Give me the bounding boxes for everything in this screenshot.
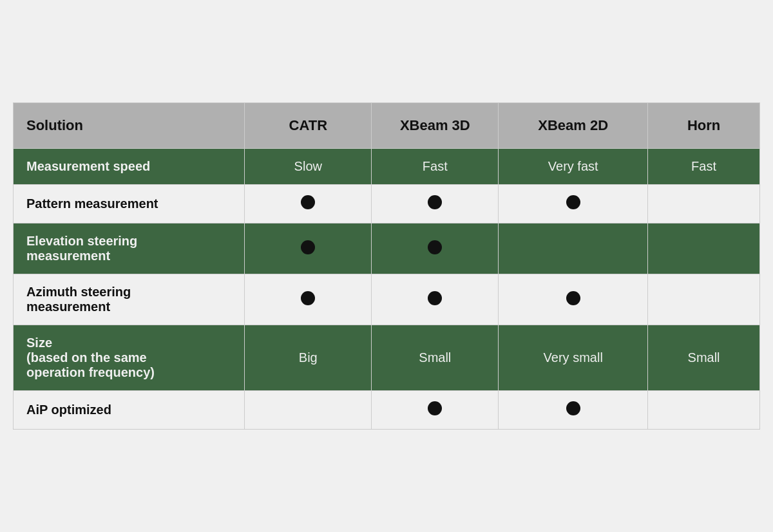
header-solution: Solution bbox=[14, 103, 245, 149]
cell-catr bbox=[245, 391, 372, 430]
cell-xbeam2d: Very fast bbox=[499, 149, 648, 185]
cell-xbeam2d bbox=[499, 223, 648, 274]
comparison-table: Solution CATR XBeam 3D XBeam 2D Horn Mea… bbox=[13, 102, 760, 430]
cell-xbeam3d: Small bbox=[372, 325, 499, 391]
header-row: Solution CATR XBeam 3D XBeam 2D Horn bbox=[14, 103, 760, 149]
row-label: Pattern measurement bbox=[14, 185, 245, 223]
cell-xbeam3d bbox=[372, 185, 499, 223]
table-row: Elevation steeringmeasurement bbox=[14, 223, 760, 274]
cell-catr: Slow bbox=[245, 149, 372, 185]
dot-indicator bbox=[566, 401, 580, 415]
cell-horn bbox=[648, 391, 760, 430]
table-row: Pattern measurement bbox=[14, 185, 760, 223]
cell-xbeam3d bbox=[372, 223, 499, 274]
dot-indicator bbox=[301, 240, 315, 254]
cell-horn bbox=[648, 223, 760, 274]
dot-indicator bbox=[428, 291, 442, 305]
row-label: Elevation steeringmeasurement bbox=[14, 223, 245, 274]
dot-indicator bbox=[428, 195, 442, 209]
cell-catr bbox=[245, 223, 372, 274]
cell-catr bbox=[245, 185, 372, 223]
cell-xbeam2d bbox=[499, 391, 648, 430]
table-row: Azimuth steeringmeasurement bbox=[14, 274, 760, 325]
dot-indicator bbox=[566, 195, 580, 209]
cell-xbeam3d bbox=[372, 391, 499, 430]
header-xbeam2d: XBeam 2D bbox=[499, 103, 648, 149]
cell-xbeam3d: Fast bbox=[372, 149, 499, 185]
table-row: Measurement speedSlowFastVery fastFast bbox=[14, 149, 760, 185]
dot-indicator bbox=[428, 401, 442, 415]
row-label: Azimuth steeringmeasurement bbox=[14, 274, 245, 325]
row-label: Measurement speed bbox=[14, 149, 245, 185]
cell-horn: Small bbox=[648, 325, 760, 391]
cell-catr bbox=[245, 274, 372, 325]
row-label: Size(based on the sameoperation frequenc… bbox=[14, 325, 245, 391]
header-catr: CATR bbox=[245, 103, 372, 149]
cell-catr: Big bbox=[245, 325, 372, 391]
cell-xbeam2d: Very small bbox=[499, 325, 648, 391]
dot-indicator bbox=[301, 195, 315, 209]
header-xbeam3d: XBeam 3D bbox=[372, 103, 499, 149]
dot-indicator bbox=[566, 291, 580, 305]
row-label: AiP optimized bbox=[14, 391, 245, 430]
dot-indicator bbox=[301, 291, 315, 305]
cell-horn bbox=[648, 185, 760, 223]
cell-horn bbox=[648, 274, 760, 325]
cell-xbeam2d bbox=[499, 274, 648, 325]
table-row: AiP optimized bbox=[14, 391, 760, 430]
cell-horn: Fast bbox=[648, 149, 760, 185]
dot-indicator bbox=[428, 240, 442, 254]
header-horn: Horn bbox=[648, 103, 760, 149]
cell-xbeam2d bbox=[499, 185, 648, 223]
cell-xbeam3d bbox=[372, 274, 499, 325]
table-row: Size(based on the sameoperation frequenc… bbox=[14, 325, 760, 391]
